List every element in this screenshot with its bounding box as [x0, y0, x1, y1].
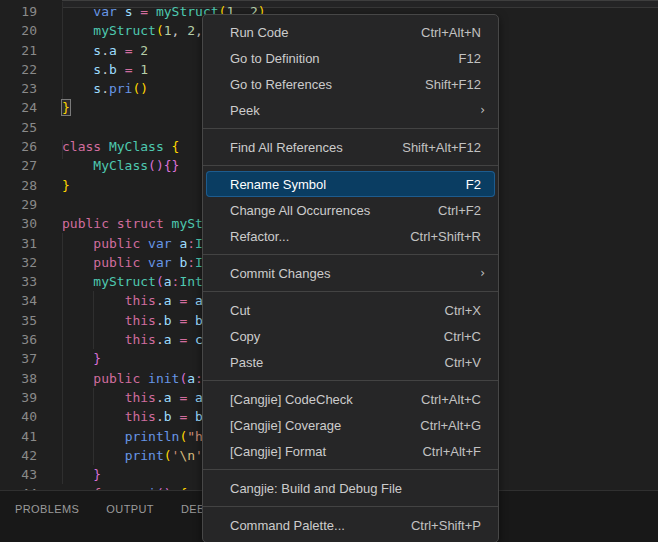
- menu-item-go-to-definition[interactable]: Go to DefinitionF12: [203, 45, 498, 71]
- line-number: 20: [0, 21, 37, 40]
- line-number: 32: [0, 253, 37, 272]
- menu-item-rename-symbol[interactable]: Rename SymbolF2: [203, 171, 498, 197]
- submenu-chevron-icon: ›: [480, 266, 485, 280]
- menu-separator: [203, 291, 498, 292]
- line-number: 27: [0, 156, 37, 175]
- line-number: 22: [0, 60, 37, 79]
- menu-item-shortcut: Shift+Alt+F12: [402, 140, 481, 155]
- menu-item-paste[interactable]: PasteCtrl+V: [203, 349, 498, 375]
- menu-item-peek[interactable]: Peek›: [203, 97, 498, 123]
- line-number: 30: [0, 214, 37, 233]
- line-number: 35: [0, 311, 37, 330]
- menu-item-shortcut: Ctrl+Shift+P: [411, 518, 481, 533]
- menu-item-shortcut: Ctrl+C: [444, 329, 481, 344]
- menu-item-shortcut: Ctrl+Alt+G: [420, 418, 481, 433]
- line-number: 25: [0, 118, 37, 137]
- menu-item-cangjie-codecheck[interactable]: [Cangjie] CodeCheckCtrl+Alt+C: [203, 386, 498, 412]
- menu-item-label: Find All References: [230, 140, 402, 155]
- line-number: 34: [0, 291, 37, 310]
- menu-item-shortcut: Ctrl+V: [445, 355, 481, 370]
- menu-item-find-all-references[interactable]: Find All ReferencesShift+Alt+F12: [203, 134, 498, 160]
- line-number: 41: [0, 427, 37, 446]
- menu-item-copy[interactable]: CopyCtrl+C: [203, 323, 498, 349]
- line-number: 28: [0, 176, 37, 195]
- line-number: 31: [0, 234, 37, 253]
- menu-separator: [203, 506, 498, 507]
- menu-item-cangjie-build-and-debug-file[interactable]: Cangjie: Build and Debug File: [203, 475, 498, 501]
- menu-item-label: [Cangjie] Coverage: [230, 418, 420, 433]
- menu-item-command-palette[interactable]: Command Palette...Ctrl+Shift+P: [203, 512, 498, 538]
- menu-item-label: Run Code: [230, 25, 421, 40]
- line-number: 19: [0, 2, 37, 21]
- menu-item-label: Commit Changes: [230, 266, 480, 281]
- menu-item-refactor[interactable]: Refactor...Ctrl+Shift+R: [203, 223, 498, 249]
- menu-item-cut[interactable]: CutCtrl+X: [203, 297, 498, 323]
- menu-item-run-code[interactable]: Run CodeCtrl+Alt+N: [203, 19, 498, 45]
- menu-separator: [203, 128, 498, 129]
- editor-context-menu: Run CodeCtrl+Alt+NGo to DefinitionF12Go …: [202, 14, 499, 542]
- menu-item-shortcut: Ctrl+Alt+N: [421, 25, 481, 40]
- line-number: 33: [0, 272, 37, 291]
- menu-item-label: Cut: [230, 303, 445, 318]
- menu-item-shortcut: Ctrl+Alt+C: [421, 392, 481, 407]
- menu-separator: [203, 165, 498, 166]
- menu-item-label: Copy: [230, 329, 444, 344]
- menu-item-change-all-occurrences[interactable]: Change All OccurrencesCtrl+F2: [203, 197, 498, 223]
- menu-item-shortcut: Ctrl+Shift+R: [410, 229, 481, 244]
- menu-item-label: Paste: [230, 355, 445, 370]
- menu-item-label: Peek: [230, 103, 480, 118]
- menu-item-cangjie-format[interactable]: [Cangjie] FormatCtrl+Alt+F: [203, 438, 498, 464]
- panel-tab-problems[interactable]: PROBLEMS: [15, 503, 79, 515]
- menu-item-label: Go to References: [230, 77, 425, 92]
- menu-item-shortcut: F12: [459, 51, 481, 66]
- menu-separator: [203, 254, 498, 255]
- menu-item-label: [Cangjie] Format: [230, 444, 422, 459]
- menu-item-cangjie-coverage[interactable]: [Cangjie] CoverageCtrl+Alt+G: [203, 412, 498, 438]
- menu-item-go-to-references[interactable]: Go to ReferencesShift+F12: [203, 71, 498, 97]
- menu-item-shortcut: Ctrl+Alt+F: [422, 444, 481, 459]
- line-number: 40: [0, 407, 37, 426]
- line-number: 36: [0, 330, 37, 349]
- line-number: 23: [0, 79, 37, 98]
- menu-item-label: Cangjie: Build and Debug File: [230, 481, 481, 496]
- line-number: 37: [0, 349, 37, 368]
- menu-item-label: Rename Symbol: [230, 177, 466, 192]
- menu-item-label: Command Palette...: [230, 518, 411, 533]
- line-number: 42: [0, 446, 37, 465]
- line-number: 43: [0, 465, 37, 484]
- menu-item-shortcut: Ctrl+X: [445, 303, 481, 318]
- submenu-chevron-icon: ›: [480, 103, 485, 117]
- menu-item-label: Go to Definition: [230, 51, 459, 66]
- menu-item-shortcut: Ctrl+F2: [438, 203, 481, 218]
- menu-item-shortcut: Shift+F12: [425, 77, 481, 92]
- menu-item-commit-changes[interactable]: Commit Changes›: [203, 260, 498, 286]
- menu-item-label: Change All Occurrences: [230, 203, 438, 218]
- line-number: 26: [0, 137, 37, 156]
- menu-item-label: Refactor...: [230, 229, 410, 244]
- line-number: 24: [0, 98, 37, 117]
- line-number: 38: [0, 369, 37, 388]
- panel-tab-output[interactable]: OUTPUT: [106, 503, 154, 515]
- menu-separator: [203, 469, 498, 470]
- menu-item-shortcut: F2: [466, 177, 481, 192]
- menu-separator: [203, 380, 498, 381]
- line-number: 29: [0, 195, 37, 214]
- menu-item-label: [Cangjie] CodeCheck: [230, 392, 421, 407]
- line-number: 21: [0, 41, 37, 60]
- line-number: 39: [0, 388, 37, 407]
